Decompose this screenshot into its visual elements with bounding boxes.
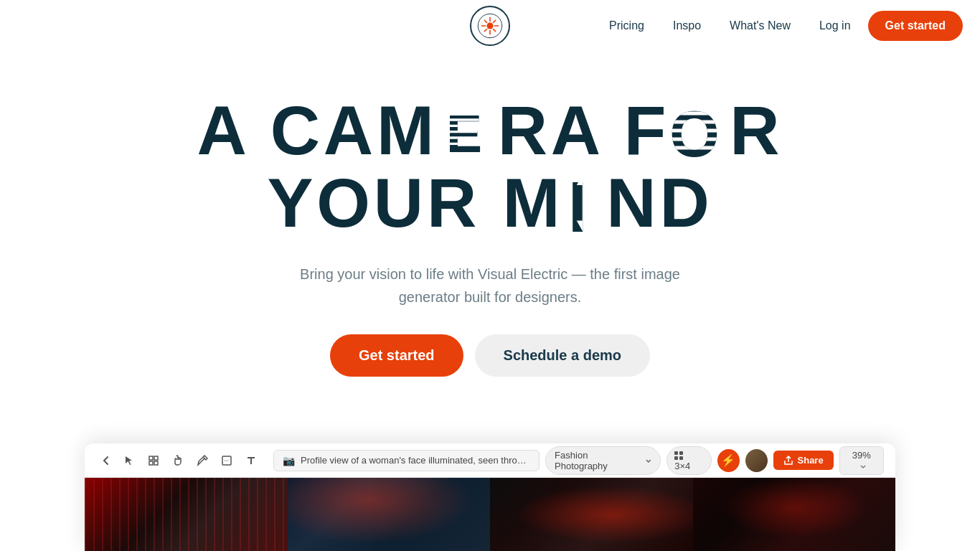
headline-icon-o: O O [671, 96, 728, 165]
headline-text-r: R [730, 95, 783, 167]
hero-schedule-demo-button[interactable]: Schedule a demo [475, 334, 651, 377]
logo[interactable] [470, 6, 510, 46]
svg-rect-38 [674, 456, 678, 460]
svg-rect-39 [679, 456, 683, 460]
text-tool-icon[interactable] [243, 453, 259, 468]
headline-text-raf: RA F [498, 95, 670, 167]
grid-label: 3×4 [674, 461, 690, 471]
share-label: Share [798, 455, 824, 466]
headline-icon-i: I I [565, 169, 605, 237]
svg-rect-30 [583, 184, 588, 222]
app-preview: 📷 Profile view of a woman's face illumin… [85, 443, 895, 551]
app-toolbar: 📷 Profile view of a woman's face illumin… [85, 443, 895, 478]
user-avatar[interactable] [745, 449, 768, 472]
pricing-nav-link[interactable]: Pricing [598, 14, 656, 38]
svg-line-7 [494, 20, 496, 22]
svg-rect-32 [154, 456, 158, 460]
select-tool-icon[interactable] [121, 453, 137, 468]
headline-text-yourm: YOUR M [267, 167, 563, 240]
nav-right: Pricing Inspo What's New Log in Get star… [598, 11, 963, 41]
grid-selector[interactable]: 3×4 [666, 446, 711, 475]
toolbar-icons [121, 453, 259, 468]
login-nav-link[interactable]: Log in [808, 14, 862, 38]
zoom-selector[interactable]: 39% [839, 446, 884, 475]
canvas-image-4 [693, 478, 896, 551]
navigation: Pricing Inspo What's New Log in Get star… [0, 0, 980, 52]
hero-buttons: Get started Schedule a demo [330, 334, 650, 377]
hero-section: A CAM E E [0, 52, 980, 377]
style-label: Fashion Photography [555, 450, 640, 471]
camera-icon: 📷 [283, 455, 295, 466]
zoom-label: 39% [852, 450, 871, 461]
headline-text-acam: A CAM [197, 95, 438, 167]
pen-tool-icon[interactable] [194, 453, 210, 468]
svg-rect-31 [149, 456, 153, 460]
toolbar-prompt[interactable]: 📷 Profile view of a woman's face illumin… [273, 450, 540, 471]
svg-rect-37 [679, 451, 683, 455]
whats-new-nav-link[interactable]: What's New [718, 14, 802, 38]
svg-line-8 [484, 29, 486, 32]
style-selector[interactable]: Fashion Photography [545, 446, 661, 475]
svg-rect-33 [149, 461, 153, 465]
svg-line-6 [484, 20, 486, 22]
hand-tool-icon[interactable] [170, 453, 186, 468]
prompt-text: Profile view of a woman's face illuminat… [301, 455, 530, 466]
svg-point-1 [487, 23, 494, 29]
canvas-image-3 [490, 478, 693, 551]
headline-icon-e: E E [439, 96, 496, 165]
nav-get-started-button[interactable]: Get started [868, 11, 963, 41]
svg-rect-36 [674, 451, 678, 455]
hero-get-started-button[interactable]: Get started [330, 334, 463, 377]
canvas-image-1 [85, 478, 288, 551]
canvas-image-2 [288, 478, 491, 551]
generate-button[interactable]: ⚡ [717, 449, 740, 472]
svg-rect-34 [154, 461, 158, 465]
hero-subtext: Bring your vision to life with Visual El… [268, 263, 712, 309]
app-canvas [85, 478, 895, 551]
toolbar-back-button[interactable] [96, 451, 116, 471]
inspo-nav-link[interactable]: Inspo [661, 14, 712, 38]
headline-text-nd: ND [606, 167, 712, 240]
svg-line-9 [494, 29, 496, 32]
frame-tool-icon[interactable] [146, 453, 161, 468]
share-button[interactable]: Share [773, 451, 834, 470]
hero-headline: A CAM E E [197, 95, 783, 240]
shape-tool-icon[interactable] [219, 453, 235, 468]
